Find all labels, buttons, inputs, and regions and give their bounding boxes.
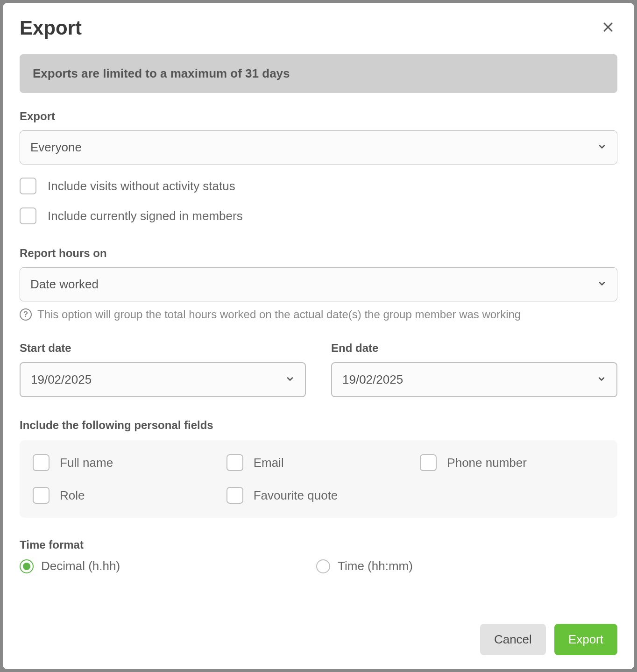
export-label: Export [20, 110, 617, 123]
end-date-value: 19/02/2025 [342, 372, 403, 387]
checkbox-email[interactable] [226, 454, 243, 471]
personal-fields-label: Include the following personal fields [20, 419, 617, 432]
time-format-label: Time format [20, 538, 617, 551]
personal-fields-panel: Full name Email Phone number Role Favour… [20, 440, 617, 518]
checkbox-row-no-activity: Include visits without activity status [20, 178, 617, 194]
checkbox-include-signed-in[interactable] [20, 207, 36, 224]
modal-body: Exports are limited to a maximum of 31 d… [3, 49, 634, 612]
start-date-col: Start date 19/02/2025 [20, 342, 306, 397]
export-modal: Export Exports are limited to a maximum … [3, 3, 634, 669]
report-hours-select[interactable]: Date worked [20, 267, 617, 301]
end-date-label: End date [331, 342, 617, 355]
cancel-button[interactable]: Cancel [480, 624, 546, 655]
radio-item-time: Time (hh:mm) [316, 559, 413, 573]
radio-item-decimal: Decimal (h.hh) [20, 559, 120, 573]
field-row-phone: Phone number [420, 454, 604, 471]
start-date-value: 19/02/2025 [31, 372, 92, 387]
end-date-select[interactable]: 19/02/2025 [331, 362, 617, 397]
start-date-label: Start date [20, 342, 306, 355]
checkbox-row-signed-in: Include currently signed in members [20, 207, 617, 224]
label-role: Role [60, 488, 85, 503]
label-fullname: Full name [60, 456, 113, 470]
report-hours-value: Date worked [30, 277, 99, 292]
checkbox-phone[interactable] [420, 454, 437, 471]
modal-header: Export [3, 3, 634, 49]
report-hours-label: Report hours on [20, 247, 617, 260]
info-banner: Exports are limited to a maximum of 31 d… [20, 54, 617, 93]
radio-label-time: Time (hh:mm) [338, 559, 413, 573]
field-row-role: Role [33, 487, 217, 504]
field-row-favquote: Favourite quote [226, 487, 411, 504]
checkbox-fullname[interactable] [33, 454, 50, 471]
chevron-down-icon [597, 277, 607, 292]
help-icon: ? [20, 308, 32, 321]
field-row-email: Email [226, 454, 411, 471]
report-hours-helper: ? This option will group the total hours… [20, 308, 617, 321]
date-row: Start date 19/02/2025 End date 19/02/202… [20, 342, 617, 397]
modal-footer: Cancel Export [3, 612, 634, 669]
chevron-down-icon [285, 372, 295, 387]
export-button[interactable]: Export [554, 624, 617, 655]
modal-title: Export [20, 17, 82, 39]
checkbox-label-no-activity: Include visits without activity status [48, 179, 235, 193]
end-date-col: End date 19/02/2025 [331, 342, 617, 397]
label-email: Email [254, 456, 284, 470]
export-select-value: Everyone [30, 140, 82, 155]
close-button[interactable] [599, 18, 617, 38]
chevron-down-icon [597, 140, 607, 155]
radio-label-decimal: Decimal (h.hh) [41, 559, 120, 573]
label-phone: Phone number [447, 456, 527, 470]
radio-decimal[interactable] [20, 559, 34, 573]
label-favquote: Favourite quote [254, 488, 338, 503]
chevron-down-icon [597, 372, 606, 387]
checkbox-favquote[interactable] [226, 487, 243, 504]
checkbox-role[interactable] [33, 487, 50, 504]
report-hours-helper-text: This option will group the total hours w… [37, 308, 521, 321]
checkbox-label-signed-in: Include currently signed in members [48, 209, 243, 223]
start-date-select[interactable]: 19/02/2025 [20, 362, 306, 397]
scroll-fade [3, 588, 634, 612]
export-select[interactable]: Everyone [20, 130, 617, 164]
radio-time[interactable] [316, 559, 330, 573]
close-icon [602, 27, 615, 35]
time-format-row: Decimal (h.hh) Time (hh:mm) [20, 559, 617, 573]
field-row-fullname: Full name [33, 454, 217, 471]
checkbox-include-no-activity[interactable] [20, 178, 36, 194]
